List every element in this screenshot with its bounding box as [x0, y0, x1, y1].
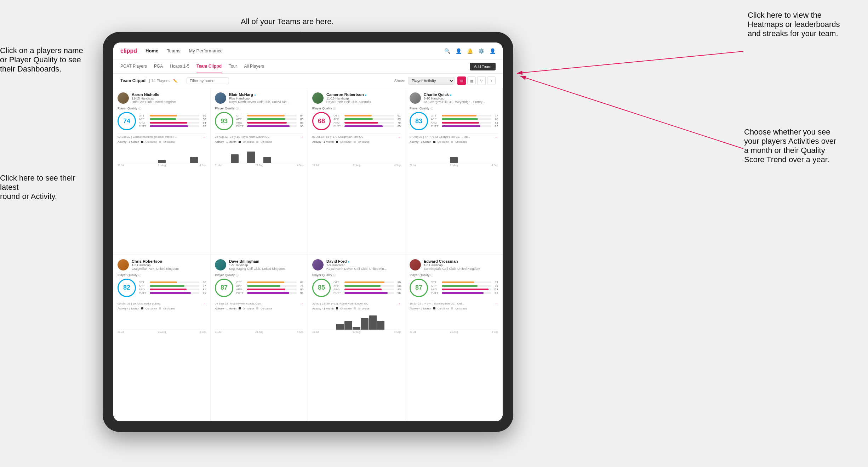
- activity-section: Activity · 1 Month On course Off course …: [215, 307, 303, 333]
- tab-hcaps[interactable]: Hcaps 1-5: [170, 59, 189, 73]
- team-header: Team Clippd | 14 Players ✏️ Show: Player…: [113, 74, 503, 88]
- activity-chart: [118, 312, 206, 330]
- quality-circle[interactable]: 87: [410, 279, 428, 297]
- quality-circle[interactable]: 82: [118, 279, 136, 297]
- player-name[interactable]: Dave Billingham: [229, 259, 303, 263]
- player-avatar[interactable]: [410, 92, 421, 104]
- tab-tour[interactable]: Tour: [229, 59, 237, 73]
- player-club: Craigmillar Park, United Kingdom: [132, 267, 206, 270]
- tab-all-players[interactable]: All Players: [244, 59, 264, 73]
- player-handicap: 6-10 Handicap: [424, 97, 498, 100]
- player-card[interactable]: Chris Robertson 1-5 Handicap Craigmillar…: [113, 255, 211, 422]
- activity-chart: [312, 145, 401, 163]
- latest-round[interactable]: 26 Aug 23 | 84 (+12), Royal North Devon …: [312, 300, 401, 306]
- player-header: Dave Billingham 1-5 Handicap Sog Maging …: [215, 259, 303, 270]
- tab-pgat-players[interactable]: PGAT Players: [120, 59, 147, 73]
- quality-circle[interactable]: 68: [312, 112, 331, 130]
- player-handicap: Plus Handicap: [229, 97, 303, 100]
- activity-chart: [312, 312, 401, 330]
- latest-round[interactable]: 02 Jul 23 | 59 (+17), Craigmillar Park G…: [312, 133, 401, 139]
- nav-item-home[interactable]: Home: [145, 48, 158, 53]
- latest-round[interactable]: 26 Aug 23 | 73 (+1), Royal North Devon G…: [215, 133, 303, 139]
- player-name[interactable]: Charlie Quick ●: [424, 92, 498, 97]
- player-card[interactable]: Blair McHarg ● Plus Handicap Royal North…: [211, 88, 308, 255]
- latest-round[interactable]: 07 Aug 23 | 77 (+7), St George's Hill GC…: [410, 133, 498, 139]
- player-name[interactable]: Aaron Nicholls: [132, 92, 206, 97]
- latest-round-arrow[interactable]: →: [495, 302, 498, 306]
- stats-list: OTT82 APP74 ARG85 PUTT94: [236, 281, 303, 295]
- quality-circle[interactable]: 74: [118, 112, 136, 130]
- latest-round[interactable]: 05 Mar 23 | 19, Must make putting →: [118, 300, 206, 306]
- player-card[interactable]: Cameron Robertson ● 11-15 Handicap Royal…: [308, 88, 405, 255]
- player-avatar[interactable]: [312, 92, 324, 104]
- player-header: Charlie Quick ● 6-10 Handicap St. George…: [410, 92, 498, 104]
- player-name[interactable]: Cameron Robertson ●: [326, 92, 401, 97]
- stats-list: OTT77 APP80 ARG83 PUTT86: [431, 114, 498, 128]
- player-card[interactable]: Aaron Nicholls 11-15 Handicap Drift Golf…: [113, 88, 211, 255]
- latest-round[interactable]: 18 Jul 23 | 74 (+4), Sunningdale GC - Ol…: [410, 300, 498, 306]
- nav-item-teams[interactable]: Teams: [167, 48, 180, 53]
- quality-section: 68 OTT61 APP63 ARG75 PUTT85: [312, 112, 401, 130]
- latest-round-arrow[interactable]: →: [495, 135, 498, 139]
- quality-circle[interactable]: 85: [312, 279, 331, 297]
- player-name[interactable]: Blair McHarg ●: [229, 92, 303, 97]
- latest-round-arrow[interactable]: →: [202, 302, 206, 306]
- nav-item-myperformance[interactable]: My Performance: [189, 48, 223, 53]
- latest-round-arrow[interactable]: →: [202, 135, 206, 139]
- search-icon[interactable]: 🔍: [444, 48, 450, 54]
- annotation-left-bottom: Click here to see their latest round or …: [0, 173, 94, 201]
- player-avatar[interactable]: [312, 259, 324, 270]
- settings-icon[interactable]: ⚙️: [478, 48, 484, 54]
- team-count: | 14 Players: [149, 79, 170, 83]
- player-avatar[interactable]: [410, 259, 421, 270]
- activity-chart: [215, 312, 303, 330]
- player-name[interactable]: Edward Crossman: [424, 259, 498, 263]
- list-view-icon[interactable]: ▦: [467, 76, 476, 85]
- user-avatar-icon[interactable]: 👤: [489, 48, 496, 54]
- latest-round-arrow[interactable]: →: [397, 302, 401, 306]
- tab-team-clippd[interactable]: Team Clippd: [196, 59, 222, 73]
- quality-section: 87 OTT82 APP74 ARG85 PUTT94: [215, 279, 303, 297]
- players-grid: Aaron Nicholls 11-15 Handicap Drift Golf…: [113, 88, 503, 421]
- player-club: St. George's Hill GC - Weybridge - Surre…: [424, 100, 498, 104]
- player-header: Chris Robertson 1-5 Handicap Craigmillar…: [118, 259, 206, 270]
- player-name[interactable]: Chris Robertson: [132, 259, 206, 263]
- quality-circle[interactable]: 93: [215, 112, 233, 130]
- player-card[interactable]: Charlie Quick ● 6-10 Handicap St. George…: [405, 88, 503, 255]
- stats-list: OTT60 APP77 ARG81 PUTT91: [139, 281, 206, 295]
- player-card[interactable]: David Ford ● 1-5 Handicap Royal North De…: [308, 255, 405, 422]
- filter-input[interactable]: [187, 77, 229, 84]
- quality-circle[interactable]: 87: [215, 279, 233, 297]
- player-header: Cameron Robertson ● 11-15 Handicap Royal…: [312, 92, 401, 104]
- quality-section: 82 OTT60 APP77 ARG81 PUTT91: [118, 279, 206, 297]
- edit-team-icon[interactable]: ✏️: [173, 79, 177, 83]
- activity-section: Activity · 1 Month On course Off course …: [118, 307, 206, 333]
- quality-section: 83 OTT77 APP80 ARG83 PUTT86: [410, 112, 498, 130]
- add-team-button[interactable]: Add Team: [470, 63, 496, 70]
- activity-section: Activity · 1 Month On course Off course …: [410, 307, 498, 333]
- grid-view-icon[interactable]: ⊞: [457, 76, 466, 85]
- latest-round[interactable]: 04 Sep 23 | Mobility with coach, Gym →: [215, 300, 303, 306]
- sort-view-icon[interactable]: ↕: [487, 76, 496, 85]
- player-avatar[interactable]: [118, 259, 129, 270]
- filter-view-icon[interactable]: ▽: [477, 76, 486, 85]
- player-card[interactable]: Edward Crossman 1-5 Handicap Sunningdale…: [405, 255, 503, 422]
- player-avatar[interactable]: [215, 259, 226, 270]
- player-card[interactable]: Dave Billingham 1-5 Handicap Sog Maging …: [211, 255, 308, 422]
- quality-circle[interactable]: 83: [410, 112, 428, 130]
- quality-label: Player Quality ⓘ: [410, 273, 498, 277]
- player-avatar[interactable]: [215, 92, 226, 104]
- latest-round-arrow[interactable]: →: [300, 135, 303, 139]
- bell-icon[interactable]: 🔔: [467, 48, 473, 54]
- show-select[interactable]: Player Activity Quality Score Trend: [408, 77, 455, 85]
- profile-icon[interactable]: 👤: [455, 48, 462, 54]
- player-name[interactable]: David Ford ●: [326, 259, 401, 263]
- annotation-top-right: Click here to view the Heatmaps or leade…: [748, 11, 861, 38]
- latest-round[interactable]: 02 Sep 23 | Sunset round to get back int…: [118, 133, 206, 139]
- latest-round-arrow[interactable]: →: [397, 135, 401, 139]
- ipad-frame: clippd Home Teams My Performance 🔍 👤 🔔 ⚙…: [103, 32, 513, 432]
- latest-round-arrow[interactable]: →: [300, 302, 303, 306]
- quality-section: 87 OTT73 APP79 ARG103 PUTT92: [410, 279, 498, 297]
- tab-pga[interactable]: PGA: [154, 59, 163, 73]
- player-avatar[interactable]: [118, 92, 129, 104]
